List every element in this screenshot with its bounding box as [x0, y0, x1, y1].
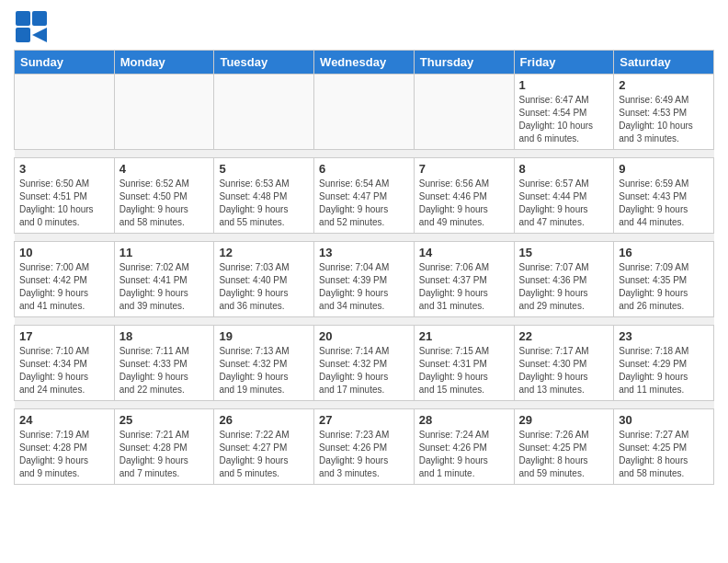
day-number: 10	[19, 246, 109, 259]
header-row: SundayMondayTuesdayWednesdayThursdayFrid…	[15, 51, 714, 75]
day-number: 26	[219, 413, 309, 427]
calendar-cell	[214, 75, 314, 150]
day-number: 18	[119, 329, 210, 343]
header	[14, 9, 714, 44]
day-number: 6	[319, 162, 409, 176]
day-number: 13	[319, 246, 409, 259]
calendar-week-1: 1Sunrise: 6:47 AM Sunset: 4:54 PM Daylig…	[15, 75, 714, 150]
calendar-cell: 2Sunrise: 6:49 AM Sunset: 4:53 PM Daylig…	[614, 75, 714, 150]
day-info: Sunrise: 7:21 AM Sunset: 4:28 PM Dayligh…	[119, 429, 210, 480]
day-info: Sunrise: 7:13 AM Sunset: 4:32 PM Dayligh…	[219, 345, 309, 396]
day-number: 15	[519, 246, 609, 259]
day-info: Sunrise: 7:27 AM Sunset: 4:25 PM Dayligh…	[619, 429, 709, 480]
day-info: Sunrise: 7:03 AM Sunset: 4:40 PM Dayligh…	[219, 261, 309, 313]
day-number: 8	[519, 162, 609, 176]
day-info: Sunrise: 6:47 AM Sunset: 4:54 PM Dayligh…	[519, 94, 609, 145]
calendar-cell: 9Sunrise: 6:59 AM Sunset: 4:43 PM Daylig…	[614, 158, 714, 234]
calendar-cell: 7Sunrise: 6:56 AM Sunset: 4:46 PM Daylig…	[414, 158, 514, 234]
calendar-cell: 25Sunrise: 7:21 AM Sunset: 4:28 PM Dayli…	[114, 409, 214, 485]
calendar-cell: 15Sunrise: 7:07 AM Sunset: 4:36 PM Dayli…	[514, 242, 614, 317]
calendar-cell: 24Sunrise: 7:19 AM Sunset: 4:28 PM Dayli…	[15, 409, 115, 485]
day-number: 12	[219, 246, 309, 259]
day-info: Sunrise: 7:06 AM Sunset: 4:37 PM Dayligh…	[419, 261, 509, 313]
day-info: Sunrise: 6:49 AM Sunset: 4:53 PM Dayligh…	[619, 94, 709, 145]
calendar-cell: 17Sunrise: 7:10 AM Sunset: 4:34 PM Dayli…	[15, 326, 115, 401]
spacer-cell	[15, 234, 714, 242]
calendar-cell	[414, 75, 514, 150]
day-info: Sunrise: 7:17 AM Sunset: 4:30 PM Dayligh…	[519, 345, 609, 396]
day-number: 24	[19, 413, 109, 427]
page: SundayMondayTuesdayWednesdayThursdayFrid…	[0, 0, 728, 494]
calendar-cell: 20Sunrise: 7:14 AM Sunset: 4:32 PM Dayli…	[314, 326, 415, 401]
calendar-header: SundayMondayTuesdayWednesdayThursdayFrid…	[15, 51, 714, 75]
row-spacer	[15, 317, 714, 326]
day-info: Sunrise: 6:59 AM Sunset: 4:43 PM Dayligh…	[619, 178, 709, 229]
col-header-thursday: Thursday	[414, 51, 514, 75]
col-header-sunday: Sunday	[15, 51, 115, 75]
calendar-cell: 18Sunrise: 7:11 AM Sunset: 4:33 PM Dayli…	[114, 326, 214, 401]
day-number: 28	[419, 413, 509, 427]
day-number: 19	[219, 329, 309, 343]
calendar-cell: 27Sunrise: 7:23 AM Sunset: 4:26 PM Dayli…	[314, 409, 415, 485]
calendar-cell: 19Sunrise: 7:13 AM Sunset: 4:32 PM Dayli…	[214, 326, 314, 401]
day-number: 27	[319, 413, 409, 427]
day-info: Sunrise: 6:52 AM Sunset: 4:50 PM Dayligh…	[119, 178, 210, 229]
day-info: Sunrise: 7:00 AM Sunset: 4:42 PM Dayligh…	[19, 261, 109, 313]
calendar-cell: 12Sunrise: 7:03 AM Sunset: 4:40 PM Dayli…	[214, 242, 314, 317]
logo-icon	[14, 9, 49, 44]
day-number: 16	[619, 246, 709, 259]
day-number: 4	[119, 162, 210, 176]
calendar-cell: 16Sunrise: 7:09 AM Sunset: 4:35 PM Dayli…	[614, 242, 714, 317]
calendar-week-3: 10Sunrise: 7:00 AM Sunset: 4:42 PM Dayli…	[15, 242, 714, 317]
day-number: 7	[419, 162, 509, 176]
calendar-week-4: 17Sunrise: 7:10 AM Sunset: 4:34 PM Dayli…	[15, 326, 714, 401]
day-number: 9	[619, 162, 709, 176]
day-info: Sunrise: 7:15 AM Sunset: 4:31 PM Dayligh…	[419, 345, 509, 396]
day-info: Sunrise: 6:54 AM Sunset: 4:47 PM Dayligh…	[319, 178, 409, 229]
day-info: Sunrise: 7:22 AM Sunset: 4:27 PM Dayligh…	[219, 429, 309, 480]
col-header-tuesday: Tuesday	[214, 51, 314, 75]
day-number: 17	[19, 329, 109, 343]
day-info: Sunrise: 7:19 AM Sunset: 4:28 PM Dayligh…	[19, 429, 109, 480]
spacer-cell	[15, 401, 714, 409]
day-number: 14	[419, 246, 509, 259]
calendar-week-5: 24Sunrise: 7:19 AM Sunset: 4:28 PM Dayli…	[15, 409, 714, 485]
day-info: Sunrise: 6:53 AM Sunset: 4:48 PM Dayligh…	[219, 178, 309, 229]
day-number: 22	[519, 329, 609, 343]
day-number: 21	[419, 329, 509, 343]
svg-rect-0	[16, 11, 30, 26]
calendar-cell: 30Sunrise: 7:27 AM Sunset: 4:25 PM Dayli…	[614, 409, 714, 485]
day-number: 23	[619, 329, 709, 343]
logo	[14, 9, 52, 44]
calendar-cell: 10Sunrise: 7:00 AM Sunset: 4:42 PM Dayli…	[15, 242, 115, 317]
day-number: 3	[19, 162, 109, 176]
spacer-cell	[15, 317, 714, 326]
day-info: Sunrise: 7:24 AM Sunset: 4:26 PM Dayligh…	[419, 429, 509, 480]
row-spacer	[15, 401, 714, 409]
calendar-cell: 21Sunrise: 7:15 AM Sunset: 4:31 PM Dayli…	[414, 326, 514, 401]
calendar-cell: 5Sunrise: 6:53 AM Sunset: 4:48 PM Daylig…	[214, 158, 314, 234]
day-info: Sunrise: 7:07 AM Sunset: 4:36 PM Dayligh…	[519, 261, 609, 313]
day-number: 2	[619, 78, 709, 92]
day-info: Sunrise: 7:02 AM Sunset: 4:41 PM Dayligh…	[119, 261, 210, 313]
day-number: 20	[319, 329, 409, 343]
calendar-cell: 26Sunrise: 7:22 AM Sunset: 4:27 PM Dayli…	[214, 409, 314, 485]
col-header-friday: Friday	[514, 51, 614, 75]
day-number: 30	[619, 413, 709, 427]
calendar-cell: 8Sunrise: 6:57 AM Sunset: 4:44 PM Daylig…	[514, 158, 614, 234]
calendar-cell: 3Sunrise: 6:50 AM Sunset: 4:51 PM Daylig…	[15, 158, 115, 234]
calendar-cell: 13Sunrise: 7:04 AM Sunset: 4:39 PM Dayli…	[314, 242, 415, 317]
spacer-cell	[15, 150, 714, 158]
day-number: 11	[119, 246, 210, 259]
day-info: Sunrise: 7:23 AM Sunset: 4:26 PM Dayligh…	[319, 429, 409, 480]
day-info: Sunrise: 7:04 AM Sunset: 4:39 PM Dayligh…	[319, 261, 409, 313]
calendar-cell: 1Sunrise: 6:47 AM Sunset: 4:54 PM Daylig…	[514, 75, 614, 150]
calendar-body: 1Sunrise: 6:47 AM Sunset: 4:54 PM Daylig…	[15, 75, 714, 485]
day-info: Sunrise: 7:11 AM Sunset: 4:33 PM Dayligh…	[119, 345, 210, 396]
svg-rect-1	[32, 11, 47, 26]
calendar-week-2: 3Sunrise: 6:50 AM Sunset: 4:51 PM Daylig…	[15, 158, 714, 234]
day-number: 25	[119, 413, 210, 427]
calendar-cell: 23Sunrise: 7:18 AM Sunset: 4:29 PM Dayli…	[614, 326, 714, 401]
calendar-cell: 11Sunrise: 7:02 AM Sunset: 4:41 PM Dayli…	[114, 242, 214, 317]
calendar-cell	[314, 75, 415, 150]
